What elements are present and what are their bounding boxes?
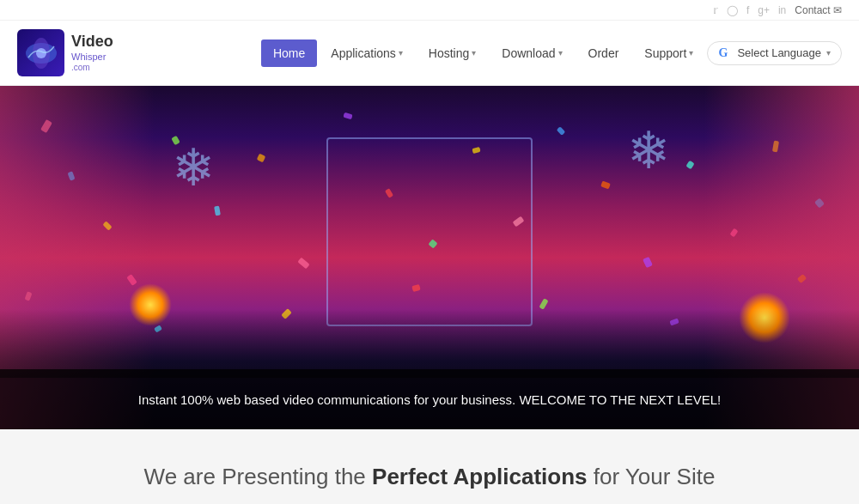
hero-overlay: Instant 100% web based video communicati… bbox=[0, 369, 859, 429]
below-hero-heading: We are Presenting the Perfect Applicatio… bbox=[17, 464, 842, 490]
hosting-chevron-icon: ▾ bbox=[472, 48, 476, 58]
nav-applications[interactable]: Applications ▾ bbox=[319, 39, 415, 67]
twitter-link[interactable]: 𝕣 bbox=[713, 4, 718, 16]
nav-download[interactable]: Download ▾ bbox=[490, 39, 574, 67]
below-hero-section: We are Presenting the Perfect Applicatio… bbox=[0, 429, 859, 504]
language-label: Select Language bbox=[737, 46, 821, 59]
snowflake-left: ❄ bbox=[172, 137, 215, 197]
language-chevron-icon: ▾ bbox=[826, 48, 831, 58]
support-chevron-icon: ▾ bbox=[689, 48, 693, 58]
logo[interactable]: VideoWhisper .com bbox=[17, 29, 113, 76]
main-nav: Home Applications ▾ Hosting ▾ Download ▾… bbox=[261, 39, 842, 67]
snowflake-right: ❄ bbox=[627, 120, 670, 180]
linkedin-link[interactable]: in bbox=[778, 4, 786, 16]
googleplus-link[interactable]: g+ bbox=[758, 4, 770, 16]
download-chevron-icon: ▾ bbox=[558, 48, 563, 58]
hero-section: ❄ ❄ Instant 100% web based video communi… bbox=[0, 86, 859, 429]
language-selector[interactable]: G Select Language ▾ bbox=[707, 41, 842, 65]
nav-support[interactable]: Support ▾ bbox=[632, 39, 705, 67]
hero-caption: Instant 100% web based video communicati… bbox=[138, 392, 721, 407]
svg-point-2 bbox=[36, 48, 46, 58]
nav-hosting[interactable]: Hosting ▾ bbox=[417, 39, 488, 67]
google-icon: G bbox=[718, 46, 732, 60]
header: 𝕣 ◯ f g+ in Contact ✉ VideoWhisper .com bbox=[0, 0, 859, 86]
reddit-link[interactable]: ◯ bbox=[727, 4, 738, 16]
nav-home[interactable]: Home bbox=[261, 39, 317, 67]
social-bar: 𝕣 ◯ f g+ in Contact ✉ bbox=[0, 0, 859, 21]
contact-link[interactable]: Contact ✉ bbox=[795, 4, 842, 16]
navbar: VideoWhisper .com Home Applications ▾ Ho… bbox=[0, 21, 859, 86]
facebook-link[interactable]: f bbox=[746, 4, 749, 16]
nav-order[interactable]: Order bbox=[576, 39, 631, 67]
logo-icon bbox=[17, 29, 64, 76]
applications-chevron-icon: ▾ bbox=[399, 48, 403, 58]
logo-text: VideoWhisper .com bbox=[71, 33, 113, 73]
